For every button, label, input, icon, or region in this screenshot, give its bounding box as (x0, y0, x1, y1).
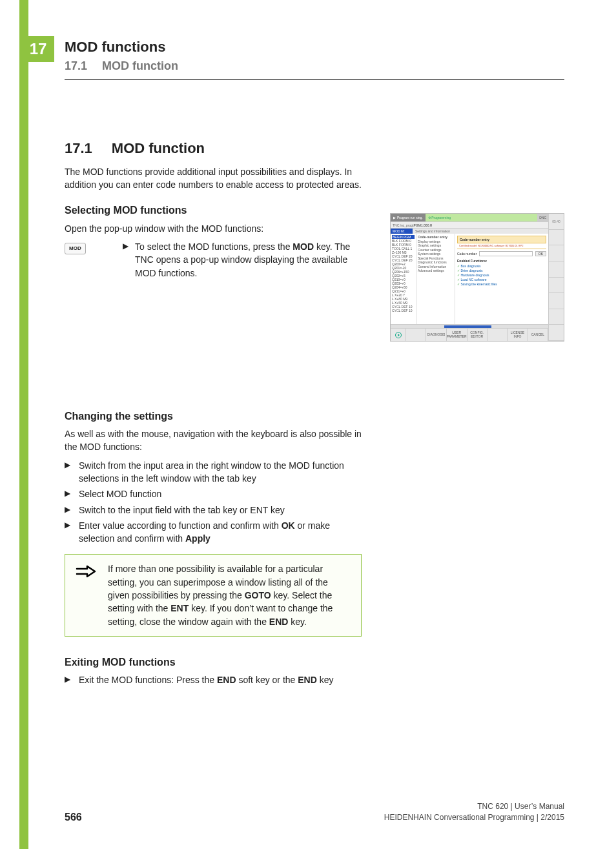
ss-program-listing: BEGIN PGM BLK FORM 0BLK FORM 0TOOL CALL … (391, 234, 416, 324)
ss-enabled-functions-label: Enabled Functions: (457, 259, 546, 263)
intro-paragraph: The MOD functions provide additional inp… (65, 165, 362, 192)
ss-softkey-user-parameter[interactable]: USER PARAMETER (447, 329, 467, 341)
footer-text: TNC 620 | User’s Manual HEIDENHAIN Conve… (384, 801, 564, 823)
step-text: Switch from the input area in the right … (79, 459, 362, 486)
ss-softkey-row: DIAGNOSIS USER PARAMETER CONFIG. EDITOR … (391, 328, 548, 341)
ss-func-item: Saving the kinematic files (457, 282, 546, 287)
list-arrow-icon: ▶ (65, 504, 72, 517)
ss-code-number-label: Code number (457, 252, 477, 256)
page-header: MOD functions 17.1 MOD function (65, 39, 564, 80)
ss-right-button[interactable] (549, 309, 564, 325)
svg-marker-1 (398, 334, 400, 336)
list-arrow-icon: ▶ (123, 240, 128, 252)
ss-code-entry-title: Code-number entry (457, 236, 546, 243)
ss-softkey[interactable] (406, 329, 426, 341)
page-number: 566 (65, 812, 82, 823)
ss-dnc-badge: DNC (537, 214, 548, 221)
note-text: If more than one possibility is availabl… (108, 562, 352, 628)
changing-steps-list: ▶Switch from the input area in the right… (65, 459, 362, 546)
ss-func-item: Hardware diagnosis (457, 273, 546, 278)
mod-key-step-text: To select the MOD functions, press the M… (135, 240, 362, 280)
step-text: Switch to the input field with the tab k… (79, 504, 285, 517)
step-text: Enter value according to function and co… (79, 519, 362, 546)
subheading-exiting: Exiting MOD functions (65, 655, 362, 670)
mod-window-screenshot: ▶Program run sing. ⚙ Programming DNC TNC… (390, 213, 564, 342)
h2-number: 17.1 (65, 138, 92, 159)
note-arrow-icon (74, 562, 98, 589)
list-arrow-icon: ▶ (65, 673, 72, 686)
section-number: 17.1 (65, 59, 87, 72)
mod-key-instruction: MOD ▶ To select the MOD functions, press… (65, 240, 362, 280)
section-heading: 17.1 MOD function (65, 138, 362, 159)
subheading-changing: Changing the settings (65, 409, 362, 424)
selecting-lead: Open the pop-up window with the MOD func… (65, 222, 362, 235)
ss-softkey-license-info[interactable]: LICENSE INFO (508, 329, 528, 341)
ss-func-item: Drive diagnosis (457, 269, 546, 273)
ss-right-button[interactable] (549, 278, 564, 294)
ss-func-item: Load NC software (457, 278, 546, 282)
mod-hardkey-icon: MOD (65, 243, 86, 254)
ss-right-button[interactable] (549, 293, 564, 309)
chapter-number-tab: 17 (22, 36, 54, 62)
chapter-color-bar (19, 0, 28, 849)
ss-tab-active: ▶Program run sing. (391, 214, 426, 221)
ss-path-bar: TNC:\nc_prog\PGM1.000.H (391, 221, 548, 228)
ss-mod-detail: Code-number entry Certified model: NCK00… (455, 234, 548, 324)
page-footer: 566 TNC 620 | User’s Manual HEIDENHAIN C… (65, 801, 564, 823)
ss-softkey-play-icon[interactable] (391, 329, 406, 341)
step-text: Exit the MOD functions: Press the END so… (79, 673, 334, 686)
ss-mod-bar: MOD M: Settings and information (391, 228, 548, 234)
step-text: Select MOD function (79, 487, 161, 500)
h2-title: MOD function (112, 138, 205, 159)
section-name: MOD function (102, 59, 178, 72)
ss-softkey-diagnosis[interactable]: DIAGNOSIS (426, 329, 446, 341)
ss-code-entry-sub: Certified model: NCK0000.NC software: 81… (457, 244, 546, 249)
ss-code-number-input[interactable] (479, 251, 532, 256)
subheading-selecting: Selecting MOD functions (65, 203, 362, 218)
section-breadcrumb: 17.1 MOD function (65, 59, 564, 73)
chapter-title: MOD functions (65, 39, 564, 56)
ss-softkey-config-editor[interactable]: CONFIG. EDITOR (467, 329, 488, 341)
ss-func-item: Bus diagnosis (457, 264, 546, 269)
changing-lead: As well as with the mouse, navigation wi… (65, 427, 362, 454)
ss-ok-button[interactable]: OK (535, 251, 546, 256)
ss-tab-programming: ⚙ Programming (426, 214, 537, 221)
ss-right-button[interactable] (549, 325, 564, 341)
ss-right-toolbar: 05:40 (548, 214, 564, 341)
ss-softkey[interactable] (488, 329, 508, 341)
list-arrow-icon: ▶ (65, 519, 72, 546)
list-arrow-icon: ▶ (65, 459, 72, 486)
ss-right-button[interactable]: 05:40 (549, 214, 564, 230)
ss-right-button[interactable] (549, 245, 564, 261)
ss-right-button[interactable] (549, 261, 564, 278)
ss-softkey-cancel[interactable]: CANCEL (528, 329, 548, 341)
note-box: If more than one possibility is availabl… (65, 554, 362, 636)
ss-right-button[interactable] (549, 230, 564, 246)
ss-mod-tree: Code-number entry Display settingsGraphi… (416, 234, 455, 324)
list-arrow-icon: ▶ (65, 487, 72, 500)
exiting-steps-list: ▶ Exit the MOD functions: Press the END … (65, 673, 362, 686)
